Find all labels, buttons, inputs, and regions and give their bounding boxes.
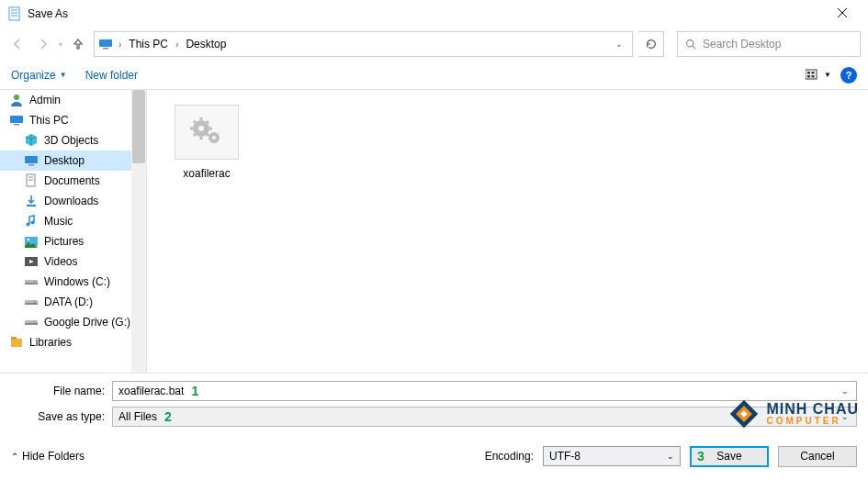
svg-rect-7: [103, 48, 108, 50]
save-type-value: All Files: [118, 410, 157, 423]
libraries-icon: [9, 335, 24, 350]
tree-item-label: Videos: [44, 255, 77, 268]
forward-button[interactable]: [33, 34, 53, 54]
back-button[interactable]: [7, 34, 28, 54]
breadcrumb-this-pc[interactable]: This PC: [127, 38, 170, 50]
tree-item-label: Music: [44, 215, 73, 228]
address-bar[interactable]: › This PC › Desktop ⌄: [94, 31, 633, 57]
tree-item-label: 3D Objects: [44, 134, 98, 147]
svg-rect-33: [25, 303, 38, 305]
cancel-button[interactable]: Cancel: [778, 446, 857, 467]
svg-point-34: [34, 301, 36, 303]
svg-point-15: [14, 95, 19, 100]
desktop-icon: [24, 153, 39, 168]
svg-rect-38: [11, 339, 22, 347]
svg-rect-13: [807, 75, 810, 78]
tree-item-windows-c-[interactable]: Windows (C:): [0, 272, 146, 292]
svg-rect-10: [806, 70, 817, 79]
titlebar: Save As: [0, 0, 868, 28]
tree-item-libraries[interactable]: Libraries: [0, 332, 146, 352]
tree-item-label: Libraries: [29, 336, 72, 349]
file-item[interactable]: xoafilerac: [165, 105, 248, 180]
chevron-down-icon[interactable]: ⌄: [841, 386, 849, 396]
breadcrumb-desktop[interactable]: Desktop: [184, 38, 228, 50]
svg-line-49: [207, 134, 209, 136]
videos-icon: [24, 254, 39, 269]
save-label: Save: [716, 450, 741, 463]
annotation-3: 3: [697, 449, 705, 463]
encoding-select[interactable]: UTF-8 ⌄: [543, 446, 681, 466]
svg-rect-16: [10, 116, 23, 123]
svg-rect-0: [9, 7, 19, 20]
file-name-label: File name:: [11, 385, 112, 397]
main-area: AdminThis PC3D ObjectsDesktopDocumentsDo…: [0, 90, 868, 373]
notepad-icon: [7, 6, 22, 21]
svg-line-9: [693, 46, 695, 49]
search-placeholder: Search Desktop: [703, 38, 852, 50]
organize-button[interactable]: Organize ▼: [11, 69, 67, 82]
tree-item-label: Pictures: [44, 235, 84, 248]
window-title: Save As: [28, 7, 824, 20]
tree-item-admin[interactable]: Admin: [0, 90, 146, 110]
tree-item-google-drive-g-[interactable]: Google Drive (G:): [0, 312, 146, 332]
chevron-right-icon: ›: [117, 39, 123, 50]
chevron-up-icon: ⌃: [11, 452, 18, 462]
svg-line-48: [194, 121, 196, 123]
svg-rect-18: [25, 156, 38, 163]
tree-item-downloads[interactable]: Downloads: [0, 191, 146, 211]
tree-item-music[interactable]: Music: [0, 211, 146, 231]
tree-item-pictures[interactable]: Pictures: [0, 231, 146, 251]
file-name-value: xoafilerac.bat: [118, 385, 184, 397]
pc-icon: [98, 37, 113, 51]
tree-item-3d-objects[interactable]: 3D Objects: [0, 130, 146, 151]
svg-line-51: [194, 134, 196, 136]
chevron-down-icon: ▼: [60, 71, 67, 79]
svg-point-27: [28, 239, 30, 241]
svg-point-42: [198, 126, 204, 131]
music-icon: [24, 214, 39, 229]
svg-rect-19: [28, 164, 34, 166]
address-dropdown-icon[interactable]: ⌄: [610, 39, 628, 49]
help-button[interactable]: ?: [840, 67, 857, 84]
toolbar: Organize ▼ New folder ▼ ?: [0, 61, 868, 90]
tree-item-this-pc[interactable]: This PC: [0, 110, 146, 130]
new-folder-button[interactable]: New folder: [85, 69, 138, 82]
refresh-button[interactable]: [638, 31, 664, 57]
tree-item-documents[interactable]: Documents: [0, 171, 146, 191]
tree-item-data-d-[interactable]: DATA (D:): [0, 292, 146, 312]
search-input[interactable]: Search Desktop: [677, 31, 861, 57]
pictures-icon: [24, 234, 39, 249]
recent-dropdown-icon[interactable]: ▾: [59, 40, 62, 49]
file-list[interactable]: xoafilerac: [147, 90, 868, 373]
search-icon: [685, 39, 697, 50]
svg-point-24: [27, 223, 30, 227]
svg-rect-6: [99, 39, 112, 47]
view-mode-button[interactable]: ▼: [806, 69, 831, 82]
svg-rect-17: [14, 124, 19, 126]
encoding-label: Encoding:: [485, 450, 534, 463]
save-type-label: Save as type:: [11, 410, 112, 423]
tree-item-label: Windows (C:): [44, 275, 110, 288]
svg-rect-39: [11, 337, 17, 340]
pc-icon: [9, 113, 24, 128]
hide-folders-button[interactable]: ⌃ Hide Folders: [11, 450, 85, 463]
tree-item-desktop[interactable]: Desktop: [0, 151, 146, 171]
tree-item-label: DATA (D:): [44, 296, 93, 308]
tree-item-videos[interactable]: Videos: [0, 251, 146, 272]
tree-item-label: Downloads: [44, 195, 98, 207]
up-button[interactable]: [68, 34, 88, 54]
save-button[interactable]: 3 Save: [690, 446, 769, 467]
chevron-right-icon: ›: [174, 39, 180, 50]
tree-scrollbar[interactable]: [131, 90, 146, 373]
close-button[interactable]: [824, 6, 861, 22]
navbar: ▾ › This PC › Desktop ⌄ Search Desktop: [0, 28, 868, 61]
cancel-label: Cancel: [800, 450, 834, 463]
svg-rect-14: [812, 75, 815, 78]
logo-icon: [727, 397, 761, 430]
tree-item-label: Google Drive (G:): [44, 316, 130, 329]
tree-item-label: Documents: [44, 174, 100, 187]
tree-item-label: Admin: [29, 94, 61, 106]
nav-tree[interactable]: AdminThis PC3D ObjectsDesktopDocumentsDo…: [0, 90, 147, 373]
downloads-icon: [24, 194, 39, 208]
tree-item-label: Desktop: [44, 154, 85, 167]
